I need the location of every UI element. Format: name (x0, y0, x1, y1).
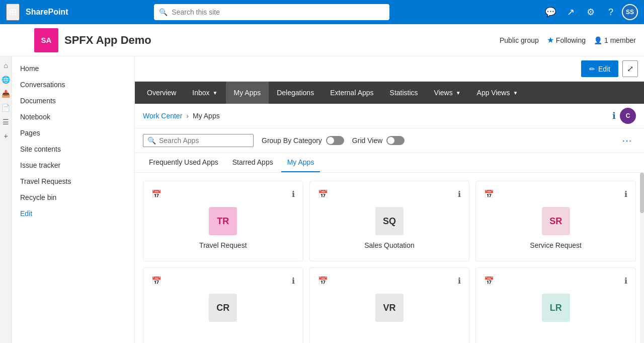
info-card-icon[interactable]: ℹ (292, 276, 295, 286)
public-group-label: Public group (500, 36, 539, 44)
left-rail: ⌂ 🌐 📥 📄 ☰ + (0, 56, 12, 343)
views-dropdown-arrow: ▼ (456, 90, 461, 96)
sidebar-item-travel-requests[interactable]: Travel Requests (12, 173, 134, 189)
calendar-icon: 📅 (484, 189, 494, 199)
following-button[interactable]: ★ Following (547, 35, 586, 45)
tab-views[interactable]: Views ▼ (426, 82, 469, 104)
site-header: SA SPFX App Demo Public group ★ Followin… (0, 24, 644, 56)
expand-button[interactable]: ⤢ (622, 60, 638, 77)
site-logo-box: SA (34, 28, 58, 52)
sidebar-edit-button[interactable]: Edit (12, 205, 134, 222)
member-count: 1 member (604, 36, 636, 44)
app-search[interactable]: 🔍 (143, 134, 254, 147)
sub-tab-frequently-used[interactable]: Frequently Used Apps (143, 153, 224, 172)
person-icon: 👤 (594, 36, 602, 44)
sidebar-item-issue-tracker[interactable]: Issue tracker (12, 157, 134, 173)
info-card-icon[interactable]: ℹ (624, 189, 627, 199)
globe-rail-icon[interactable]: 🌐 (1, 75, 11, 85)
app-grid: 📅 ℹ TR Travel Request 📅 ℹ SQ Sales Quota… (135, 173, 644, 343)
info-card-icon[interactable]: ℹ (624, 276, 627, 286)
grid-view-toggle: Grid View (352, 136, 405, 145)
pencil-icon: ✏ (589, 65, 595, 73)
scrollbar-track[interactable] (640, 173, 644, 343)
info-card-icon[interactable]: ℹ (458, 189, 461, 199)
sidebar-item-conversations[interactable]: Conversations (12, 77, 134, 93)
sidebar-item-home[interactable]: Home (12, 60, 134, 77)
info-card-icon[interactable]: ℹ (292, 189, 295, 199)
site-title: SPFX App Demo (64, 34, 151, 47)
member-info[interactable]: 👤 1 member (594, 36, 636, 44)
more-options-button[interactable]: ⋯ (618, 133, 636, 148)
comment-icon[interactable]: 💬 (541, 3, 559, 21)
body-layout: ⌂ 🌐 📥 📄 ☰ + Home Conversations Documents… (0, 56, 644, 343)
help-icon[interactable]: ? (602, 3, 620, 21)
sidebar-item-notebook[interactable]: Notebook (12, 109, 134, 125)
inbox-dropdown-arrow: ▼ (213, 90, 218, 96)
app-card[interactable]: 📅 ℹ CR (143, 267, 303, 343)
edit-bar: ✏ Edit ⤢ (135, 56, 644, 82)
plus-rail-icon[interactable]: + (1, 131, 11, 141)
app-card[interactable]: 📅 ℹ VR (309, 267, 470, 343)
sidebar-item-documents[interactable]: Documents (12, 93, 134, 109)
card-top: 📅 ℹ (484, 189, 627, 199)
settings-icon[interactable]: ⚙ (582, 3, 600, 21)
grid-view-label: Grid View (352, 136, 382, 145)
breadcrumb-parent[interactable]: Work Center (143, 112, 182, 120)
calendar-icon: 📅 (151, 189, 162, 199)
search-apps-input[interactable] (159, 136, 239, 145)
waffle-icon[interactable]: ⊞ (6, 4, 20, 21)
grid-view-switch[interactable] (386, 136, 405, 145)
sub-tab-starred[interactable]: Starred Apps (226, 153, 279, 172)
app-card[interactable]: 📅 ℹ LR (475, 267, 636, 343)
breadcrumb-actions: ℹ C (612, 108, 636, 124)
edit-button[interactable]: ✏ Edit (581, 60, 618, 77)
calendar-icon: 📅 (484, 276, 494, 286)
scrollbar-thumb[interactable] (640, 173, 644, 213)
card-name: Sales Quotation (364, 241, 415, 249)
app-card[interactable]: 📅 ℹ SQ Sales Quotation (309, 181, 470, 261)
main-content: ✏ Edit ⤢ Overview Inbox ▼ My Apps Delega… (135, 56, 644, 343)
sidebar-item-recycle-bin[interactable]: Recycle bin (12, 189, 134, 205)
calendar-icon: 📅 (151, 276, 162, 286)
app-card[interactable]: 📅 ℹ TR Travel Request (143, 181, 303, 261)
list-rail-icon[interactable]: ☰ (1, 117, 11, 127)
breadcrumb-area: Work Center › My Apps ℹ C (135, 104, 644, 128)
search-bar[interactable]: 🔍 (154, 4, 389, 20)
card-avatar: CR (209, 294, 237, 322)
card-name: Travel Request (199, 241, 247, 249)
card-top: 📅 ℹ (318, 189, 461, 199)
inbox-rail-icon[interactable]: 📥 (1, 89, 11, 99)
tab-inbox[interactable]: Inbox ▼ (184, 82, 225, 104)
tab-overview[interactable]: Overview (139, 82, 184, 104)
sub-tab-my-apps[interactable]: My Apps (281, 153, 320, 172)
home-rail-icon[interactable]: ⌂ (1, 60, 11, 71)
group-by-category-switch[interactable] (326, 136, 344, 145)
group-by-category-label: Group By Category (262, 136, 322, 145)
user-avatar[interactable]: SS (622, 4, 638, 20)
info-icon[interactable]: ℹ (612, 110, 616, 121)
tab-external-apps[interactable]: External Apps (322, 82, 381, 104)
sidebar-item-pages[interactable]: Pages (12, 125, 134, 141)
calendar-icon: 📅 (318, 189, 328, 199)
share-icon[interactable]: ↗ (561, 3, 580, 21)
card-avatar: TR (209, 207, 237, 235)
tab-my-apps[interactable]: My Apps (226, 82, 269, 104)
doc-rail-icon[interactable]: 📄 (1, 103, 11, 113)
app-card[interactable]: 📅 ℹ SR Service Request (475, 181, 636, 261)
sidebar-item-site-contents[interactable]: Site contents (12, 141, 134, 157)
card-top: 📅 ℹ (484, 276, 627, 286)
tab-app-views[interactable]: App Views ▼ (469, 82, 526, 104)
search-input[interactable] (172, 8, 384, 16)
group-by-category-toggle: Group By Category (262, 136, 344, 145)
nav-tabs: Overview Inbox ▼ My Apps Delegations Ext… (135, 82, 644, 104)
tab-delegations[interactable]: Delegations (269, 82, 322, 104)
sub-tabs: Frequently Used Apps Starred Apps My App… (135, 153, 644, 173)
info-card-icon[interactable]: ℹ (458, 276, 461, 286)
search-icon: 🔍 (159, 8, 168, 16)
card-avatar: SQ (375, 207, 404, 235)
calendar-icon: 📅 (318, 276, 328, 286)
card-avatar: LR (542, 294, 570, 322)
breadcrumb-current: My Apps (193, 112, 220, 120)
user-avatar-circle[interactable]: C (620, 108, 636, 124)
tab-statistics[interactable]: Statistics (382, 82, 426, 104)
